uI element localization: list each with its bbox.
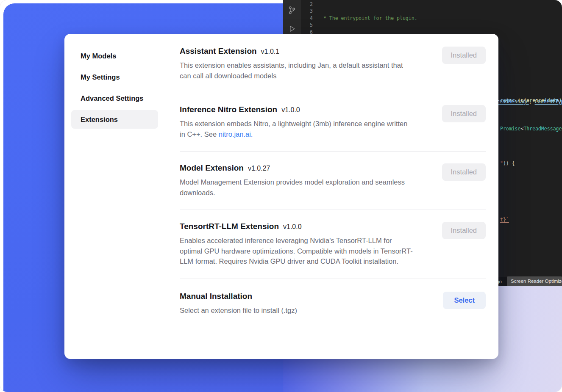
line-number: 2 — [300, 1, 313, 8]
section-text: Model Extensionv1.0.27 Model Management … — [180, 163, 414, 198]
settings-modal: My Models My Settings Advanced Settings … — [64, 34, 498, 359]
extension-title: Model Extensionv1.0.27 — [180, 163, 414, 173]
sidebar-item-my-settings[interactable]: My Settings — [71, 68, 158, 86]
section-text: TensortRT-LLM Extensionv1.0.0 Enables ac… — [180, 222, 414, 267]
line-number: 5 — [300, 22, 313, 28]
extension-name: Model Extension — [180, 163, 244, 172]
nitro-link[interactable]: nitro.jan.ai. — [219, 130, 253, 138]
installed-button[interactable]: Installed — [442, 47, 486, 64]
section-text: Inference Nitro Extensionv1.0.0 This ext… — [180, 105, 414, 139]
code-fragment: Promise<ThreadMessage> — [500, 125, 562, 132]
manual-installation-section: Manual Installation Select an extension … — [180, 279, 486, 316]
code-token: )) { — [503, 160, 515, 166]
screen-reader-badge[interactable]: Screen Reader Optimize — [507, 276, 562, 286]
extension-description: Enables accelerated inference leveraging… — [180, 235, 414, 267]
line-number: 3 — [300, 8, 313, 14]
extension-name: Inference Nitro Extension — [180, 105, 277, 114]
sidebar-item-advanced-settings[interactable]: Advanced Settings — [71, 89, 158, 108]
settings-sidebar: My Models My Settings Advanced Settings … — [64, 34, 165, 359]
section-name: Manual Installation — [180, 292, 252, 301]
extension-name: Assistant Extension — [180, 47, 257, 55]
extension-description: This extension enables assistants, inclu… — [180, 60, 414, 81]
extension-section-model: Model Extensionv1.0.27 Model Management … — [180, 152, 486, 210]
select-button[interactable]: Select — [443, 292, 486, 309]
extensions-list: Assistant Extensionv1.0.1 This extension… — [165, 34, 498, 359]
sidebar-item-my-models[interactable]: My Models — [71, 47, 158, 65]
code-fragment: t}` — [500, 216, 509, 223]
section-text: Assistant Extensionv1.0.1 This extension… — [180, 47, 414, 81]
code-token: Promise — [500, 126, 520, 132]
extension-section-assistant: Assistant Extensionv1.0.1 This extension… — [180, 47, 486, 93]
extension-description: Model Management Extension provides mode… — [180, 177, 414, 198]
manual-installation-title: Manual Installation — [180, 292, 297, 301]
line-number: 4 — [300, 15, 313, 22]
source-control-icon[interactable] — [287, 5, 297, 15]
run-debug-icon[interactable] — [287, 24, 297, 34]
extension-title: TensortRT-LLM Extensionv1.0.0 — [180, 222, 414, 231]
editor-line-numbers: 2 3 4 5 6 — [300, 1, 313, 36]
extension-version: v1.0.27 — [248, 165, 270, 172]
extension-title: Assistant Extensionv1.0.1 — [180, 47, 414, 56]
code-token: rator. — [500, 97, 518, 103]
extension-title: Inference Nitro Extensionv1.0.0 — [180, 105, 414, 114]
extension-section-nitro: Inference Nitro Extensionv1.0.0 This ext… — [180, 93, 486, 152]
extension-version: v1.0.0 — [281, 106, 300, 113]
extension-version: v1.0.1 — [261, 48, 280, 55]
section-text: Manual Installation Select an extension … — [180, 292, 297, 316]
code-fragment: rator.inference(data)); — [500, 97, 562, 104]
code-token: ThreadMessage — [523, 126, 562, 132]
extension-section-tensorrt: TensortRT-LLM Extensionv1.0.0 Enables ac… — [180, 210, 486, 279]
extension-name: TensortRT-LLM Extension — [180, 222, 279, 231]
description-text: This extension embeds Nitro, a lightweig… — [180, 120, 407, 138]
screenshot-canvas: 2 3 4 5 6 * The entrypoint for the plugi… — [0, 0, 562, 392]
code-token: t}` — [500, 217, 509, 223]
installed-button[interactable]: Installed — [442, 163, 486, 181]
code-fragment: ")) { — [500, 160, 515, 167]
extension-description: This extension embeds Nitro, a lightweig… — [180, 119, 414, 139]
code-token: (data)); — [544, 97, 562, 103]
installed-button[interactable]: Installed — [442, 105, 486, 122]
sidebar-item-extensions[interactable]: Extensions — [71, 110, 158, 129]
code-line: * The entrypoint for the plugin. — [320, 15, 562, 22]
manual-installation-description: Select an extension file to install (.tg… — [180, 305, 297, 316]
code-token: inference — [518, 97, 544, 103]
code-token: " — [500, 160, 503, 166]
extension-version: v1.0.0 — [283, 223, 302, 230]
installed-button[interactable]: Installed — [442, 222, 486, 239]
